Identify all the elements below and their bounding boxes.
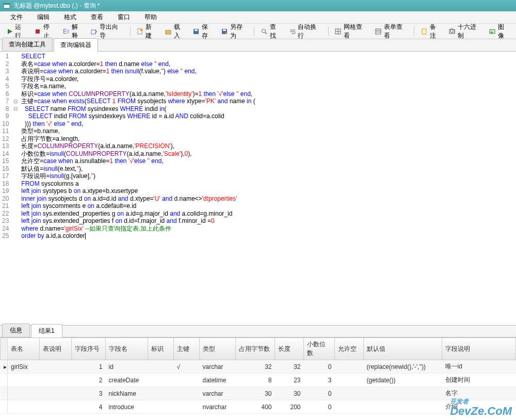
cell[interactable] — [148, 374, 174, 387]
cell[interactable] — [174, 387, 200, 400]
col-header[interactable]: 长度 — [275, 338, 304, 360]
col-header[interactable]: 表名 — [8, 338, 40, 360]
cell[interactable]: 3 — [304, 374, 335, 387]
sql-editor[interactable]: 1234567891011121314151617181920212223242… — [0, 52, 516, 325]
cell[interactable]: nickName — [106, 387, 148, 400]
cell[interactable]: 8 — [236, 374, 275, 387]
cell[interactable]: 30 — [236, 387, 275, 400]
cell[interactable] — [335, 387, 364, 400]
cell[interactable]: √ — [174, 360, 200, 374]
cell[interactable] — [335, 360, 364, 374]
col-header[interactable]: 字段名 — [106, 338, 148, 360]
svg-line-14 — [265, 33, 267, 34]
cell[interactable] — [8, 387, 40, 400]
cell[interactable]: 30 — [275, 387, 304, 400]
image-button[interactable]: 图像 — [486, 21, 513, 42]
play-icon — [6, 28, 13, 35]
cell[interactable] — [364, 400, 442, 414]
cell[interactable]: id — [106, 360, 148, 374]
cell[interactable] — [40, 374, 72, 387]
cell[interactable]: datetime — [200, 374, 236, 387]
notes-button[interactable]: 备注 — [417, 21, 445, 42]
col-header[interactable]: 类型 — [200, 338, 236, 360]
cell[interactable] — [335, 400, 364, 414]
tab-messages[interactable]: 信息 — [2, 324, 30, 337]
header-row: 表名 表说明 字段序号 字段名 标识 主键 类型 占用字节数 长度 小数位数 允… — [1, 338, 516, 360]
code-area[interactable]: SELECT表名=case when a.colorder=1 then d.n… — [19, 52, 257, 325]
results-grid[interactable]: 表名 表说明 字段序号 字段名 标识 主键 类型 占用字节数 长度 小数位数 允… — [0, 337, 516, 414]
cell[interactable]: varchar — [200, 387, 236, 400]
toolbar-separator — [130, 27, 131, 36]
cell[interactable]: introduce — [106, 400, 148, 414]
cell[interactable] — [335, 374, 364, 387]
cell[interactable]: (replace(newid(),'-','')) — [364, 360, 442, 374]
cell[interactable] — [174, 400, 200, 414]
cell[interactable] — [148, 387, 174, 400]
wrap-button[interactable]: 自动换行 — [286, 21, 325, 42]
cell[interactable]: 200 — [275, 400, 304, 414]
cell[interactable]: createDate — [106, 374, 148, 387]
cell[interactable]: 0 — [304, 360, 335, 374]
cell[interactable] — [8, 400, 40, 414]
cell[interactable]: 0 — [304, 387, 335, 400]
cell[interactable]: 400 — [236, 400, 275, 414]
table-row[interactable]: 4introducenvarchar4002000介绍 — [1, 400, 516, 414]
cell[interactable] — [174, 374, 200, 387]
svg-rect-1 — [4, 4, 10, 5]
tab-result1[interactable]: 结果1 — [31, 324, 62, 337]
row-handle[interactable]: ▸ — [1, 360, 8, 374]
cell[interactable]: girlSix — [8, 360, 40, 374]
table-row[interactable]: 2createDatedatetime8233(getdate())创建时间 — [1, 374, 516, 387]
cell[interactable] — [40, 360, 72, 374]
hex-button[interactable]: 0x 十六进制 — [446, 21, 485, 42]
row-handle[interactable] — [1, 400, 8, 414]
col-header[interactable]: 字段说明 — [442, 338, 516, 360]
cell[interactable]: 32 — [275, 360, 304, 374]
result-tabs: 信息 结果1 — [0, 325, 516, 337]
new-button[interactable]: 新建 — [133, 21, 160, 42]
app-icon — [3, 2, 10, 9]
cell[interactable]: 32 — [236, 360, 275, 374]
col-header[interactable]: 小数位数 — [304, 338, 335, 360]
row-handle[interactable] — [1, 387, 8, 400]
cell[interactable]: 2 — [72, 374, 106, 387]
grid-view-button[interactable]: 网格查看 — [332, 21, 371, 42]
cell[interactable]: 唯一id — [442, 360, 516, 374]
cell[interactable]: 3 — [72, 387, 106, 400]
row-handle[interactable] — [1, 374, 8, 387]
svg-marker-2 — [8, 29, 12, 34]
tab-query-editor[interactable]: 查询编辑器 — [54, 38, 98, 52]
cell[interactable]: (getdate()) — [364, 374, 442, 387]
cell[interactable] — [364, 387, 442, 400]
cell[interactable] — [40, 387, 72, 400]
cell[interactable] — [148, 400, 174, 414]
table-row[interactable]: 3nickNamevarchar30300名字 — [1, 387, 516, 400]
col-header[interactable]: 字段序号 — [72, 338, 106, 360]
cell[interactable] — [148, 360, 174, 374]
form-view-button[interactable]: 表单查看 — [372, 21, 411, 42]
cell[interactable]: 名字 — [442, 387, 516, 400]
cell[interactable]: nvarchar — [200, 400, 236, 414]
cell[interactable] — [40, 400, 72, 414]
cell[interactable]: 创建时间 — [442, 374, 516, 387]
svg-text:E≡: E≡ — [63, 28, 69, 35]
col-header[interactable]: 表说明 — [40, 338, 72, 360]
tab-query-builder[interactable]: 查询创建工具 — [2, 38, 53, 51]
col-header[interactable]: 标识 — [148, 338, 174, 360]
cell[interactable]: varchar — [200, 360, 236, 374]
cell[interactable] — [8, 374, 40, 387]
find-button[interactable]: 查找 — [257, 21, 285, 42]
col-header[interactable]: 允许空 — [335, 338, 364, 360]
col-header[interactable]: 占用字节数 — [236, 338, 275, 360]
cell[interactable]: 0 — [304, 400, 335, 414]
col-header[interactable]: 主键 — [174, 338, 200, 360]
save-button[interactable]: 保存 — [190, 21, 217, 42]
cell[interactable]: 介绍 — [442, 400, 516, 414]
cell[interactable]: 1 — [72, 360, 106, 374]
col-header[interactable]: 默认值 — [364, 338, 442, 360]
cell[interactable]: 23 — [275, 374, 304, 387]
load-button[interactable]: 载入 — [162, 21, 189, 42]
save-as-button[interactable]: 另存为 — [218, 21, 251, 42]
table-row[interactable]: ▸girlSix1id√varchar32320(replace(newid()… — [1, 360, 516, 374]
cell[interactable]: 4 — [72, 400, 106, 414]
